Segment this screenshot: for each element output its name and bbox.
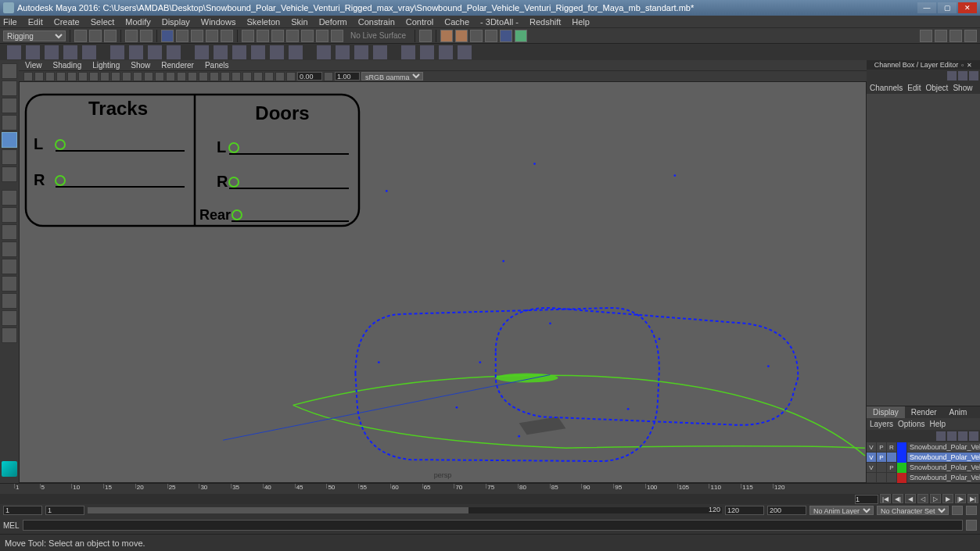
shelf-tool-6[interactable] bbox=[109, 45, 125, 60]
layer-row[interactable]: Snowbound_Polar_Vel bbox=[867, 473, 980, 483]
shelf-tool-17[interactable] bbox=[335, 45, 350, 60]
close-button[interactable]: ✕ bbox=[958, 2, 977, 13]
layer-down-icon[interactable] bbox=[958, 431, 967, 441]
redo-icon[interactable] bbox=[140, 30, 153, 42]
channel-box-area[interactable] bbox=[867, 94, 980, 406]
layer-menu-options[interactable]: Options bbox=[898, 420, 924, 428]
shelf-tool-3[interactable] bbox=[44, 45, 59, 60]
hypershade-icon[interactable] bbox=[485, 30, 497, 42]
snap-view-icon[interactable] bbox=[316, 30, 328, 42]
shelf-tool-18[interactable] bbox=[354, 45, 369, 60]
vp-isolate-icon[interactable] bbox=[253, 72, 263, 81]
range-start-input[interactable] bbox=[3, 506, 42, 515]
menu-cache[interactable]: Cache bbox=[444, 17, 469, 27]
vp-xray-joints-icon[interactable] bbox=[275, 72, 285, 81]
snap-point-icon[interactable] bbox=[271, 30, 284, 42]
step-fwd-button[interactable]: ▶ bbox=[942, 494, 953, 503]
layer-color-swatch[interactable] bbox=[897, 442, 907, 453]
vp-wireframe-icon[interactable] bbox=[155, 72, 164, 81]
channel-icon-1[interactable] bbox=[947, 71, 957, 81]
hud-tracks-l-handle[interactable] bbox=[56, 140, 65, 149]
layer-vis-toggle[interactable]: V bbox=[867, 453, 877, 463]
select-tool[interactable] bbox=[2, 63, 17, 79]
layer-color-swatch[interactable] bbox=[897, 453, 907, 463]
menu-file[interactable]: File bbox=[3, 17, 17, 27]
play-fwd-button[interactable]: ▷ bbox=[930, 494, 941, 503]
make-live-icon[interactable] bbox=[331, 30, 343, 42]
vp-textured-icon[interactable] bbox=[177, 72, 186, 81]
menu-redshift[interactable]: Redshift bbox=[529, 17, 561, 27]
time-ruler[interactable]: 1510152025303540455055606570758085909510… bbox=[0, 483, 980, 494]
vp-grease-icon[interactable] bbox=[67, 72, 77, 81]
range-inner-start-input[interactable] bbox=[45, 506, 84, 515]
ipr-render-icon[interactable] bbox=[455, 30, 468, 42]
vp-exposure-input[interactable] bbox=[297, 72, 322, 81]
layer-up-icon[interactable] bbox=[947, 431, 957, 441]
shelf-tool-15[interactable] bbox=[288, 45, 303, 60]
vp-safe-action-icon[interactable] bbox=[133, 72, 142, 81]
toggle-4-icon[interactable] bbox=[964, 30, 977, 42]
layer-playback-toggle[interactable] bbox=[877, 473, 887, 483]
menu-edit[interactable]: Edit bbox=[28, 17, 43, 27]
channel-icon-2[interactable] bbox=[958, 71, 967, 81]
layer-row[interactable]: VPRSnowbound_Polar_Vehicle_V bbox=[867, 442, 980, 453]
vp-xray-icon[interactable] bbox=[264, 72, 274, 81]
layout-two-v[interactable] bbox=[2, 242, 17, 257]
vp-bookmark-icon[interactable] bbox=[34, 72, 44, 81]
layout-three[interactable] bbox=[2, 259, 17, 274]
layer-vis-toggle[interactable] bbox=[867, 473, 877, 483]
vp-2d-pan-icon[interactable] bbox=[56, 72, 66, 81]
paint-select-icon[interactable] bbox=[191, 30, 203, 42]
playblast-icon[interactable] bbox=[515, 30, 527, 42]
go-end-button[interactable]: ▶| bbox=[967, 494, 978, 503]
menu-deform[interactable]: Deform bbox=[319, 17, 347, 27]
layer-playback-toggle[interactable] bbox=[877, 463, 887, 473]
select-hier-icon[interactable] bbox=[221, 30, 233, 42]
menu-create[interactable]: Create bbox=[54, 17, 80, 27]
layout-single[interactable] bbox=[2, 190, 17, 206]
toggle-2-icon[interactable] bbox=[935, 30, 947, 42]
minimize-button[interactable]: — bbox=[917, 2, 936, 13]
vp-aa-icon[interactable] bbox=[232, 72, 241, 81]
channel-menu-edit[interactable]: Edit bbox=[907, 84, 921, 92]
render-settings-icon[interactable] bbox=[470, 30, 483, 42]
shelf-tool-2[interactable] bbox=[25, 45, 41, 60]
script-editor-icon[interactable] bbox=[966, 520, 977, 531]
layout-graph[interactable] bbox=[2, 293, 17, 309]
prefs-icon[interactable] bbox=[966, 506, 977, 515]
vpmenu-shading[interactable]: Shading bbox=[53, 61, 82, 70]
range-slider[interactable]: 120 bbox=[88, 507, 722, 513]
vp-gamma-icon[interactable] bbox=[324, 72, 333, 81]
vp-colorspace-select[interactable]: sRGB gamma bbox=[361, 72, 423, 81]
menu-control[interactable]: Control bbox=[406, 17, 433, 27]
cmd-input[interactable] bbox=[23, 520, 963, 531]
layer-vis-toggle[interactable]: V bbox=[867, 442, 877, 453]
menu-select[interactable]: Select bbox=[91, 17, 115, 27]
layer-vis-toggle[interactable]: V bbox=[867, 463, 877, 473]
layout-outliner[interactable] bbox=[2, 276, 17, 292]
prev-key-button[interactable]: ◀| bbox=[892, 494, 903, 503]
select-all-icon[interactable] bbox=[206, 30, 218, 42]
select-mode-icon[interactable] bbox=[161, 30, 174, 42]
shelf-tool-20[interactable] bbox=[400, 45, 416, 60]
next-key-button[interactable]: |▶ bbox=[955, 494, 966, 503]
time-slider[interactable]: 1510152025303540455055606570758085909510… bbox=[0, 483, 980, 504]
vp-res-gate-icon[interactable] bbox=[100, 72, 109, 81]
hud-doors-rear-handle[interactable] bbox=[232, 210, 242, 220]
go-start-button[interactable]: |◀ bbox=[880, 494, 891, 503]
shelf-tool-13[interactable] bbox=[250, 45, 266, 60]
shelf-tool-1[interactable] bbox=[6, 45, 22, 60]
snap-curve-icon[interactable] bbox=[257, 30, 269, 42]
vp-image-plane-icon[interactable] bbox=[45, 72, 55, 81]
menu-windows[interactable]: Windows bbox=[201, 17, 236, 27]
open-scene-icon[interactable] bbox=[89, 30, 102, 42]
layer-color-swatch[interactable] bbox=[897, 473, 907, 483]
menu-skeleton[interactable]: Skeleton bbox=[246, 17, 280, 27]
menu-display[interactable]: Display bbox=[162, 17, 190, 27]
vp-gate-mask-icon[interactable] bbox=[111, 72, 120, 81]
layer-delete-icon[interactable] bbox=[969, 431, 978, 441]
layer-row[interactable]: VPSnowbound_Polar_Vehicl bbox=[867, 463, 980, 473]
vp-ao-icon[interactable] bbox=[210, 72, 219, 81]
scale-tool[interactable] bbox=[2, 132, 17, 148]
shelf-tool-9[interactable] bbox=[166, 45, 181, 60]
